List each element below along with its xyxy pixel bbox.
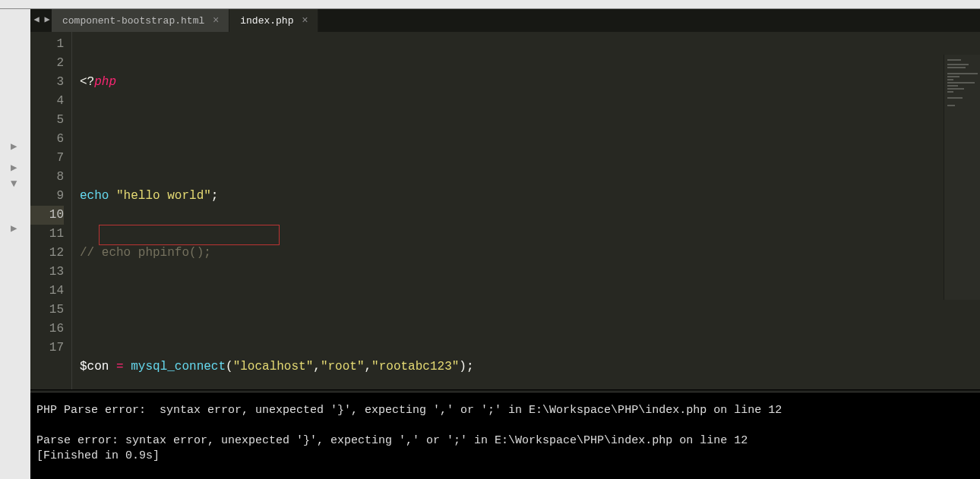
console-line: [Finished in 0.9s] <box>36 449 160 462</box>
tab-bar: ◀ ▶ component-bootstrap.html × index.php… <box>30 9 980 32</box>
semicolon: ; <box>211 189 219 203</box>
outer-gutter: ▶ ▶ ▼ ▶ <box>0 9 30 479</box>
fold-marker-icon[interactable]: ▶ <box>11 222 17 235</box>
string-literal: "hello world" <box>116 189 211 203</box>
editor-pane: ◀ ▶ component-bootstrap.html × index.php… <box>30 9 980 479</box>
line-number: 15 <box>30 301 64 320</box>
variable: $con <box>80 360 109 373</box>
string-literal: "root" <box>321 360 365 373</box>
line-number: 6 <box>30 130 64 149</box>
build-output-panel[interactable]: PHP Parse error: syntax error, unexpecte… <box>30 392 980 479</box>
string-literal: "localhost" <box>233 360 314 373</box>
console-line: Parse error: syntax error, unexpected '}… <box>36 434 748 447</box>
fold-marker-icon[interactable]: ▶ <box>11 161 17 174</box>
tab-label: component-bootstrap.html <box>62 15 204 27</box>
tab-label: index.php <box>240 15 293 27</box>
line-number: 13 <box>30 263 64 282</box>
paren: ); <box>459 360 473 373</box>
line-number: 11 <box>30 225 64 244</box>
line-number: 10 <box>30 206 64 225</box>
line-number: 17 <box>30 339 64 358</box>
close-icon[interactable]: × <box>210 15 221 26</box>
code-text[interactable]: <?php echo "hello world"; // echo phpinf… <box>72 32 980 389</box>
operator: = <box>109 360 131 373</box>
line-number: 9 <box>30 187 64 206</box>
line-number: 7 <box>30 149 64 168</box>
function-call: mysql_connect <box>131 360 226 373</box>
line-number: 5 <box>30 111 64 130</box>
line-number: 4 <box>30 92 64 111</box>
fold-marker-icon[interactable]: ▶ <box>11 140 17 153</box>
echo-keyword: echo <box>80 189 109 203</box>
tab-history-forward-icon[interactable]: ▶ <box>43 12 52 26</box>
line-number: 12 <box>30 244 64 263</box>
comment: // echo phpinfo(); <box>80 246 211 260</box>
php-keyword: php <box>94 75 116 89</box>
line-number: 14 <box>30 282 64 301</box>
tab-component-bootstrap[interactable]: component-bootstrap.html × <box>52 9 229 32</box>
tab-history-back-icon[interactable]: ◀ <box>32 12 41 26</box>
string-literal: "rootabc123" <box>371 360 459 373</box>
fold-marker-icon[interactable]: ▼ <box>11 178 17 190</box>
code-area[interactable]: 1234567891011121314151617 <?php echo "he… <box>30 32 980 389</box>
paren: ( <box>226 360 233 373</box>
php-open-tag: <? <box>80 75 94 89</box>
tab-index-php[interactable]: index.php × <box>229 9 318 32</box>
line-number: 2 <box>30 54 64 73</box>
line-number: 1 <box>30 35 64 54</box>
error-highlight-box <box>99 225 280 245</box>
line-number: 3 <box>30 73 64 92</box>
line-number-gutter: 1234567891011121314151617 <box>30 32 72 389</box>
line-number: 16 <box>30 320 64 339</box>
window-titlebar-partial <box>0 0 980 9</box>
close-icon[interactable]: × <box>299 15 310 26</box>
line-number: 8 <box>30 168 64 187</box>
minimap[interactable] <box>944 55 980 300</box>
console-line: PHP Parse error: syntax error, unexpecte… <box>36 404 782 417</box>
